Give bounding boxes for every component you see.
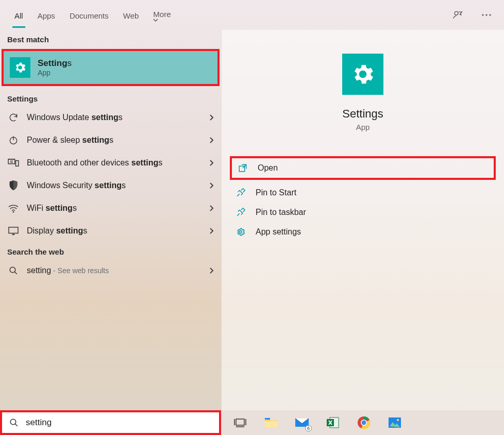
- svg-point-7: [13, 211, 14, 213]
- svg-rect-8: [9, 227, 18, 233]
- filter-tabs: All Apps Documents Web More: [7, 1, 181, 30]
- chevron-down-icon: [153, 19, 174, 22]
- action-label: Pin to Start: [256, 188, 296, 197]
- svg-rect-14: [265, 418, 270, 420]
- settings-result-label: Power & sleep settings: [27, 136, 202, 145]
- chevron-right-icon: [209, 182, 214, 189]
- svg-point-20: [362, 421, 366, 425]
- settings-result-4[interactable]: WiFi settings: [0, 197, 221, 220]
- svg-point-22: [397, 419, 399, 421]
- action-highlight: Open: [230, 156, 496, 180]
- sync-icon: [7, 111, 20, 124]
- chevron-right-icon: [209, 114, 214, 121]
- action-label: Open: [258, 163, 278, 173]
- preview-panel: Settings App OpenPin to StartPin to task…: [221, 30, 504, 410]
- svg-rect-5: [8, 159, 15, 164]
- action-app-settings[interactable]: App settings: [230, 222, 496, 242]
- action-pin-to-start[interactable]: Pin to Start: [230, 183, 496, 203]
- search-box-highlight: [0, 410, 221, 435]
- tab-apps[interactable]: Apps: [30, 2, 62, 28]
- devices-icon: [7, 157, 20, 169]
- settings-result-label: Display settings: [27, 226, 202, 236]
- chevron-right-icon: [209, 159, 214, 166]
- settings-result-2[interactable]: Bluetooth and other devices settings: [0, 152, 221, 174]
- task-view-icon[interactable]: [232, 415, 248, 430]
- search-tabs-bar: All Apps Documents Web More: [0, 0, 504, 30]
- chevron-right-icon: [209, 267, 214, 274]
- tab-more[interactable]: More: [146, 1, 181, 30]
- web-result-label: setting - See web results: [27, 266, 202, 275]
- excel-icon[interactable]: [325, 415, 341, 430]
- pin-icon: [235, 207, 246, 218]
- best-match-text: Settings App: [38, 58, 72, 77]
- web-result[interactable]: setting - See web results: [0, 259, 221, 282]
- settings-result-3[interactable]: Windows Security settings: [0, 174, 221, 197]
- feedback-icon[interactable]: [447, 5, 468, 25]
- svg-point-12: [10, 419, 16, 425]
- settings-result-label: WiFi settings: [27, 204, 202, 213]
- chevron-right-icon: [209, 137, 214, 144]
- preview-subtitle: App: [356, 123, 370, 131]
- action-label: Pin to taskbar: [256, 208, 306, 217]
- best-match-highlight: Settings App: [2, 49, 220, 86]
- topbar-right: [447, 5, 497, 25]
- chrome-icon[interactable]: [356, 415, 372, 430]
- settings-result-0[interactable]: Windows Update settings: [0, 106, 221, 129]
- pin-icon: [235, 187, 246, 198]
- search-icon: [2, 418, 26, 427]
- best-match-header: Best match: [0, 30, 221, 47]
- gear-icon: [342, 54, 383, 95]
- web-header: Search the web: [0, 242, 221, 259]
- gear-icon: [10, 57, 30, 78]
- action-pin-to-taskbar[interactable]: Pin to taskbar: [230, 203, 496, 222]
- svg-point-1: [482, 14, 483, 15]
- settings-result-5[interactable]: Display settings: [0, 220, 221, 242]
- best-match-subtitle: App: [38, 69, 72, 77]
- svg-rect-6: [16, 161, 19, 166]
- shield-icon: [7, 179, 20, 192]
- svg-point-0: [455, 11, 458, 15]
- svg-point-2: [485, 14, 487, 15]
- open-icon: [237, 162, 248, 174]
- taskbar: 6: [0, 410, 504, 435]
- mail-badge: 6: [305, 425, 312, 431]
- web-result-query: setting: [27, 266, 51, 275]
- svg-point-11: [240, 231, 242, 233]
- best-match-result[interactable]: Settings App: [4, 51, 217, 84]
- mail-icon[interactable]: 6: [294, 415, 310, 430]
- settings-header: Settings: [0, 89, 221, 106]
- photos-icon[interactable]: [387, 415, 402, 430]
- results-panel: Best match Settings App Settings Windows…: [0, 30, 221, 410]
- file-explorer-icon[interactable]: [263, 415, 279, 430]
- tab-documents[interactable]: Documents: [62, 2, 116, 28]
- tab-web[interactable]: Web: [116, 2, 146, 28]
- svg-rect-13: [236, 419, 244, 425]
- best-match-title-rest: s: [68, 58, 72, 68]
- chevron-right-icon: [209, 205, 214, 212]
- preview-title: Settings: [342, 107, 383, 121]
- settings-result-label: Windows Update settings: [27, 113, 202, 122]
- svg-point-3: [489, 14, 491, 15]
- settings-result-label: Windows Security settings: [27, 181, 202, 190]
- action-open[interactable]: Open: [232, 158, 494, 178]
- settings-results-list: Windows Update settingsPower & sleep set…: [0, 106, 221, 242]
- display-icon: [7, 225, 20, 237]
- tab-more-label: More: [153, 10, 171, 19]
- search-input[interactable]: [26, 417, 219, 428]
- power-icon: [7, 134, 20, 146]
- chevron-right-icon: [209, 227, 214, 235]
- settings-result-label: Bluetooth and other devices settings: [27, 158, 202, 168]
- tab-all[interactable]: All: [7, 2, 30, 28]
- settings-result-1[interactable]: Power & sleep settings: [0, 129, 221, 152]
- best-match-title-bold: Setting: [38, 58, 68, 68]
- svg-point-9: [10, 267, 15, 273]
- taskbar-icons: 6: [221, 415, 402, 430]
- action-label: App settings: [256, 227, 301, 237]
- gear-outline-icon: [235, 226, 246, 238]
- more-options-icon[interactable]: [476, 5, 497, 25]
- web-result-hint: - See web results: [51, 266, 109, 275]
- preview-actions: OpenPin to StartPin to taskbarApp settin…: [222, 131, 504, 242]
- wifi-icon: [7, 202, 20, 214]
- search-icon: [7, 264, 20, 277]
